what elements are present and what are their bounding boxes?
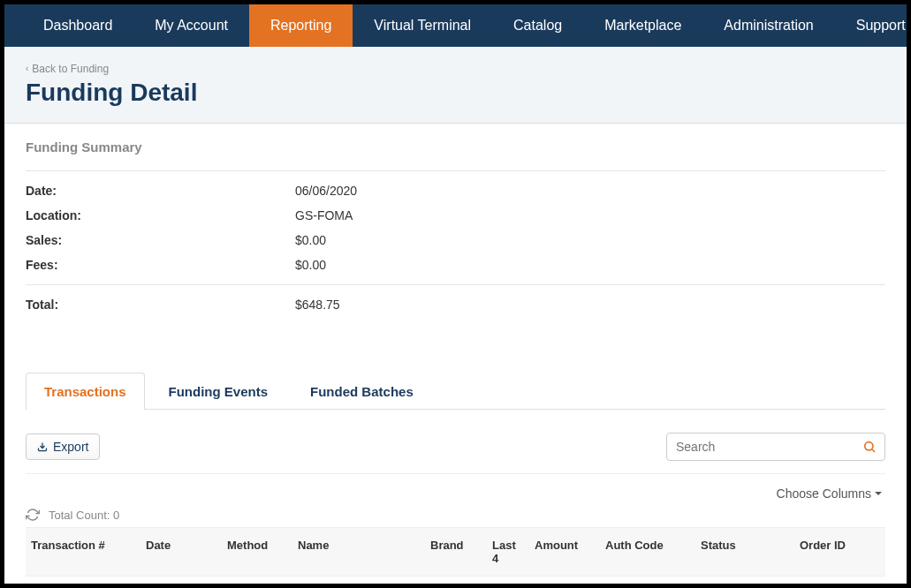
chevron-left-icon: ‹: [26, 64, 28, 73]
search-input[interactable]: [666, 433, 885, 461]
choose-columns-dropdown[interactable]: Choose Columns: [777, 486, 882, 501]
col-status[interactable]: Status: [695, 528, 794, 576]
col-brand[interactable]: Brand: [425, 528, 487, 576]
search-icon[interactable]: [862, 440, 877, 454]
page-title: Funding Detail: [26, 79, 885, 107]
page-header: ‹ Back to Funding Funding Detail: [4, 47, 907, 124]
summary-label: Location:: [26, 208, 295, 222]
summary-value: GS-FOMA: [295, 208, 885, 222]
choose-columns-label: Choose Columns: [777, 486, 871, 501]
col-last4[interactable]: Last 4: [487, 528, 529, 576]
caret-down-icon: [875, 492, 882, 495]
col-amount[interactable]: Amount: [529, 528, 600, 576]
nav-catalog[interactable]: Catalog: [492, 4, 583, 47]
count-row: Total Count: 0: [26, 508, 885, 522]
summary-row-date: Date: 06/06/2020: [26, 178, 885, 203]
table-header: Transaction # Date Method Name Brand Las…: [26, 527, 885, 577]
nav-virtual-terminal[interactable]: Virtual Terminal: [353, 4, 492, 47]
tab-transactions[interactable]: Transactions: [26, 373, 145, 410]
content: Funding Summary Date: 06/06/2020 Locatio…: [4, 124, 907, 584]
funding-summary-title: Funding Summary: [26, 139, 885, 155]
toolbar: Export: [26, 433, 885, 474]
columns-row: Choose Columns: [26, 486, 885, 501]
summary-label: Sales:: [26, 233, 295, 247]
tab-funding-events[interactable]: Funding Events: [150, 373, 287, 410]
nav-my-account[interactable]: My Account: [133, 4, 249, 47]
search-wrap: [666, 433, 885, 461]
summary-row-location: Location: GS-FOMA: [26, 203, 885, 228]
main-nav: Dashboard My Account Reporting Virtual T…: [4, 4, 907, 47]
divider: [26, 284, 885, 285]
refresh-icon[interactable]: [26, 508, 40, 522]
nav-marketplace[interactable]: Marketplace: [583, 4, 702, 47]
summary-row-total: Total: $648.75: [26, 292, 885, 317]
summary-label: Fees:: [26, 258, 295, 272]
divider: [26, 170, 885, 171]
tabs: Transactions Funding Events Funded Batch…: [26, 372, 885, 410]
summary-label: Total:: [26, 298, 295, 312]
nav-dashboard[interactable]: Dashboard: [22, 4, 133, 47]
back-link-label: Back to Funding: [32, 63, 109, 75]
nav-administration[interactable]: Administration: [702, 4, 834, 47]
summary-value: $0.00: [295, 258, 885, 272]
nav-reporting[interactable]: Reporting: [249, 4, 353, 47]
total-count-label: Total Count: 0: [49, 509, 119, 522]
export-button[interactable]: Export: [26, 433, 100, 460]
summary-value: $0.00: [295, 233, 885, 247]
back-to-funding-link[interactable]: ‹ Back to Funding: [26, 63, 109, 75]
summary-row-fees: Fees: $0.00: [26, 253, 885, 277]
summary-value: $648.75: [295, 298, 885, 312]
col-order-id[interactable]: Order ID: [794, 528, 874, 576]
svg-point-1: [865, 442, 873, 450]
col-transaction[interactable]: Transaction #: [26, 528, 140, 576]
export-label: Export: [53, 440, 88, 454]
summary-value: 06/06/2020: [295, 184, 885, 198]
tab-funded-batches[interactable]: Funded Batches: [292, 373, 432, 410]
summary-row-sales: Sales: $0.00: [26, 228, 885, 253]
svg-line-2: [872, 449, 875, 452]
col-date[interactable]: Date: [140, 528, 222, 576]
col-method[interactable]: Method: [222, 528, 292, 576]
col-auth-code[interactable]: Auth Code: [600, 528, 695, 576]
download-icon: [37, 441, 48, 452]
col-name[interactable]: Name: [292, 528, 425, 576]
summary-label: Date:: [26, 184, 295, 198]
nav-support[interactable]: Support: [835, 4, 907, 47]
